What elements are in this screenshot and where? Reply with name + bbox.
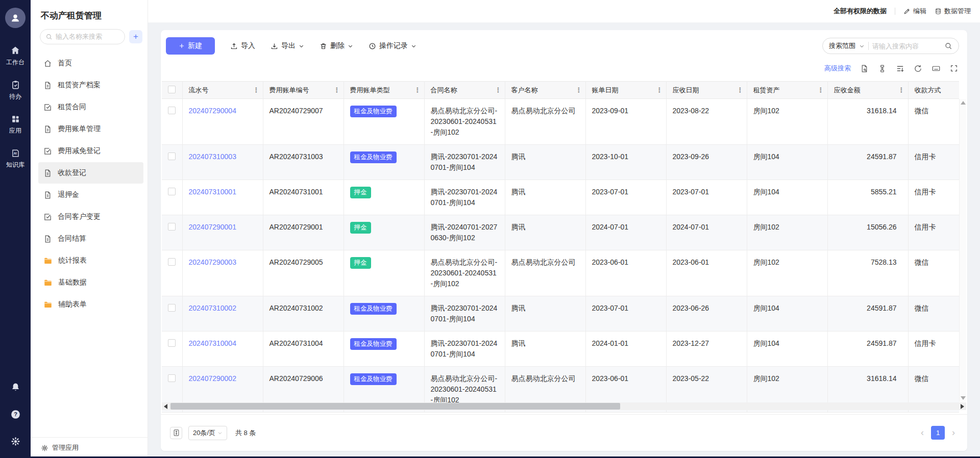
- check-square-icon: [43, 213, 52, 221]
- column-header-5: 账单日期⋮: [585, 82, 666, 99]
- rail-item-2[interactable]: 应用: [9, 114, 21, 135]
- vertical-scrollbar[interactable]: [959, 99, 966, 402]
- customer-cell: 易点易动北京分公司: [505, 250, 585, 296]
- serial-link[interactable]: 202407310003: [189, 152, 236, 161]
- new-button[interactable]: 新建: [166, 37, 215, 55]
- next-page-button[interactable]: ›: [949, 427, 958, 438]
- sidebar-item-4[interactable]: 费用减免登记: [38, 140, 143, 162]
- rail-item-1[interactable]: 待办: [9, 80, 21, 101]
- column-menu-icon[interactable]: ⋮: [737, 86, 744, 94]
- fullscreen-icon[interactable]: [950, 64, 958, 72]
- hscroll-thumb[interactable]: [170, 403, 620, 410]
- asset-cell: 房间102: [747, 250, 827, 296]
- column-menu-icon[interactable]: ⋮: [656, 86, 663, 94]
- row-checkbox[interactable]: [168, 374, 176, 382]
- data-scope-button[interactable]: 全部有权限的数据: [834, 7, 887, 16]
- column-menu-icon[interactable]: ⋮: [414, 86, 421, 94]
- workflow-icon[interactable]: [878, 64, 887, 73]
- sidebar-item-9[interactable]: 统计报表: [38, 250, 143, 271]
- clock-icon: [369, 42, 376, 50]
- sidebar-item-3[interactable]: 费用账单管理: [38, 118, 143, 140]
- search-scope-dropdown[interactable]: 搜索范围: [829, 41, 855, 50]
- avatar[interactable]: [5, 8, 26, 28]
- bill-date-cell: 2023-07-01: [585, 180, 666, 215]
- bell-icon[interactable]: [10, 382, 21, 393]
- bill-no-cell: AR20240729001: [263, 215, 344, 250]
- sidebar-item-2[interactable]: 租赁合同: [38, 96, 143, 118]
- column-menu-icon[interactable]: ⋮: [253, 86, 260, 94]
- row-checkbox[interactable]: [168, 339, 176, 347]
- sidebar-item-10[interactable]: 基础数据: [38, 272, 143, 293]
- sidebar-item-1[interactable]: 租赁资产档案: [38, 74, 143, 96]
- keyboard-icon[interactable]: [932, 64, 941, 73]
- sidebar-item-label: 租赁合同: [58, 103, 86, 112]
- serial-link[interactable]: 202407310002: [189, 304, 236, 312]
- manage-app-button[interactable]: 管理应用: [31, 437, 148, 458]
- row-checkbox[interactable]: [168, 107, 176, 114]
- page-size-select[interactable]: 20条/页: [188, 426, 227, 440]
- edit-button[interactable]: 编辑: [903, 7, 926, 16]
- column-menu-icon[interactable]: ⋮: [576, 86, 582, 94]
- rail-item-0[interactable]: 工作台: [6, 45, 24, 67]
- export-button[interactable]: 导出: [271, 41, 304, 50]
- serial-link[interactable]: 202407290001: [189, 223, 236, 231]
- serial-link[interactable]: 202407310004: [189, 339, 236, 347]
- settings-icon[interactable]: [10, 436, 21, 447]
- help-icon[interactable]: ?: [10, 409, 21, 420]
- asset-cell: 房间104: [747, 296, 827, 332]
- import-button[interactable]: 导入: [230, 41, 255, 50]
- row-checkbox[interactable]: [168, 258, 176, 266]
- serial-link[interactable]: 202407310001: [189, 188, 236, 196]
- serial-link[interactable]: 202407290002: [189, 374, 236, 383]
- sidebar-item-0[interactable]: 首页: [38, 53, 143, 74]
- rail-item-3[interactable]: AI知识库: [6, 148, 24, 169]
- column-menu-icon[interactable]: ⋮: [334, 86, 340, 94]
- data-manage-button[interactable]: 数据管理: [935, 7, 971, 16]
- import-label: 导入: [241, 41, 255, 50]
- amount-cell: 5855.21: [827, 180, 908, 215]
- operation-log-button[interactable]: 操作记录: [369, 41, 416, 50]
- serial-link[interactable]: 202407290003: [189, 258, 236, 266]
- horizontal-scrollbar[interactable]: [162, 402, 966, 410]
- asset-cell: 房间102: [747, 215, 827, 250]
- sidebar-item-6[interactable]: 退押金: [38, 184, 143, 206]
- table-row-0: 202407290004 AR20240729007 租金及物业费 易点易动北京…: [162, 99, 959, 145]
- delete-button[interactable]: 删除: [320, 41, 353, 50]
- sidebar-item-11[interactable]: 辅助表单: [38, 294, 143, 315]
- hscroll-track[interactable]: [169, 402, 959, 410]
- scroll-up-icon[interactable]: [961, 101, 966, 105]
- row-checkbox[interactable]: [168, 188, 176, 195]
- column-menu-icon[interactable]: ⋮: [898, 86, 905, 94]
- column-settings-icon[interactable]: [896, 64, 904, 73]
- column-label: 合同名称: [431, 86, 457, 95]
- total-count: 共 8 条: [235, 428, 256, 438]
- todo-clipboard-icon: [11, 80, 20, 90]
- sidebar-item-7[interactable]: 合同客户变更: [38, 206, 143, 227]
- scroll-down-icon[interactable]: [961, 396, 966, 400]
- contract-cell: 腾讯-20230701-20240701-房间104: [424, 296, 505, 332]
- page-button-1[interactable]: 1: [931, 426, 945, 440]
- column-menu-icon[interactable]: ⋮: [495, 86, 502, 94]
- column-menu-icon[interactable]: ⋮: [818, 86, 824, 94]
- refresh-icon[interactable]: [914, 64, 922, 73]
- search-input[interactable]: [872, 42, 941, 50]
- folder-icon: [43, 278, 53, 287]
- prev-page-button[interactable]: ‹: [918, 427, 927, 438]
- row-height-icon[interactable]: [170, 427, 182, 439]
- sidebar-search-input[interactable]: 输入名称来搜索: [40, 29, 125, 44]
- sidebar-item-5[interactable]: 收款登记: [38, 162, 143, 184]
- row-checkbox[interactable]: [168, 152, 176, 160]
- row-checkbox[interactable]: [168, 304, 176, 312]
- advanced-search-link[interactable]: 高级搜索: [824, 64, 851, 73]
- serial-link[interactable]: 202407290004: [189, 107, 236, 115]
- sidebar-item-8[interactable]: 合同结算: [38, 228, 143, 249]
- print-preview-icon[interactable]: [860, 64, 869, 73]
- search-icon[interactable]: [944, 42, 952, 50]
- sidebar: 不动产租赁管理 输入名称来搜索 + 首页租赁资产档案租赁合同费用账单管理费用减免…: [31, 0, 148, 458]
- select-all-checkbox[interactable]: [168, 86, 176, 93]
- chevron-down-icon: [217, 430, 223, 436]
- add-form-button[interactable]: +: [129, 30, 142, 43]
- scroll-left-icon[interactable]: [164, 404, 167, 409]
- row-checkbox[interactable]: [168, 223, 176, 231]
- scroll-right-icon[interactable]: [961, 404, 964, 409]
